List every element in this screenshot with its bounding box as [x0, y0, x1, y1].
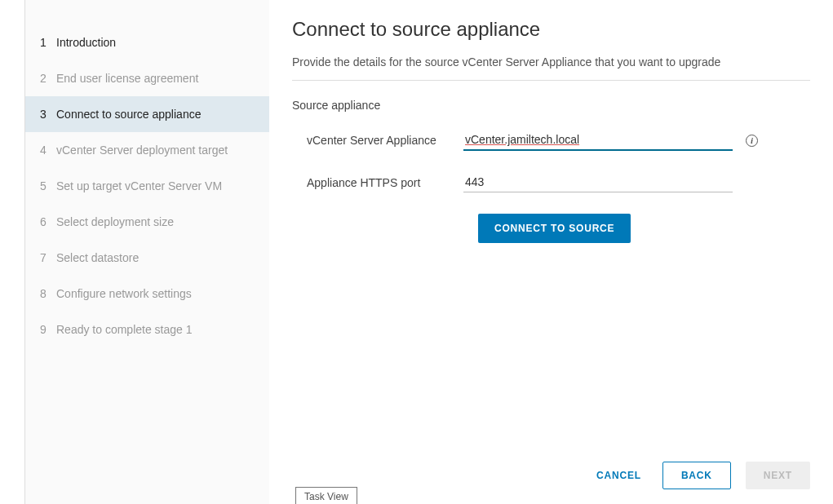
- step-label: Select deployment size: [56, 215, 255, 228]
- cancel-button[interactable]: CANCEL: [590, 462, 648, 489]
- step-label: Select datastore: [56, 251, 255, 264]
- step-deployment-target: 4 vCenter Server deployment target: [25, 132, 269, 168]
- step-label: vCenter Server deployment target: [56, 144, 255, 157]
- connect-to-source-button[interactable]: CONNECT TO SOURCE: [478, 214, 631, 243]
- appliance-input[interactable]: [463, 130, 733, 151]
- step-num: 8: [40, 287, 56, 300]
- wizard-footer: CANCEL BACK NEXT: [590, 462, 810, 489]
- step-num: 4: [40, 144, 56, 157]
- step-num: 3: [40, 108, 56, 121]
- step-deployment-size: 6 Select deployment size: [25, 204, 269, 240]
- step-label: Ready to complete stage 1: [56, 323, 255, 336]
- page-title: Connect to source appliance: [292, 18, 810, 41]
- section-label: Source appliance: [292, 99, 810, 112]
- port-label: Appliance HTTPS port: [292, 176, 463, 189]
- step-target-vm: 5 Set up target vCenter Server VM: [25, 168, 269, 204]
- connect-row: CONNECT TO SOURCE: [463, 214, 810, 243]
- step-label: Connect to source appliance: [56, 108, 255, 121]
- back-button[interactable]: BACK: [662, 462, 731, 489]
- form-row-appliance: vCenter Server Appliance i: [292, 130, 810, 151]
- step-label: Set up target vCenter Server VM: [56, 179, 255, 192]
- step-num: 1: [40, 36, 56, 49]
- next-button: NEXT: [746, 462, 810, 489]
- appliance-label: vCenter Server Appliance: [292, 134, 463, 147]
- form-row-port: Appliance HTTPS port: [292, 172, 810, 192]
- step-num: 9: [40, 323, 56, 336]
- step-datastore: 7 Select datastore: [25, 240, 269, 276]
- step-introduction[interactable]: 1 Introduction: [25, 24, 269, 60]
- task-view-tab[interactable]: Task View: [295, 487, 357, 504]
- step-num: 6: [40, 215, 56, 228]
- step-ready-complete: 9 Ready to complete stage 1: [25, 312, 269, 347]
- step-num: 7: [40, 251, 56, 264]
- step-label: Configure network settings: [56, 287, 255, 300]
- step-num: 2: [40, 72, 56, 85]
- page-subtitle: Provide the details for the source vCent…: [292, 55, 810, 81]
- main-content: Connect to source appliance Provide the …: [269, 0, 833, 504]
- step-eula[interactable]: 2 End user license agreement: [25, 60, 269, 96]
- step-label: End user license agreement: [56, 72, 255, 85]
- info-icon[interactable]: i: [746, 135, 758, 147]
- step-label: Introduction: [56, 36, 255, 49]
- step-network-settings: 8 Configure network settings: [25, 276, 269, 312]
- step-num: 5: [40, 179, 56, 192]
- step-connect-source[interactable]: 3 Connect to source appliance: [25, 96, 269, 132]
- port-input[interactable]: [463, 172, 733, 192]
- wizard-sidebar: 1 Introduction 2 End user license agreem…: [24, 0, 269, 504]
